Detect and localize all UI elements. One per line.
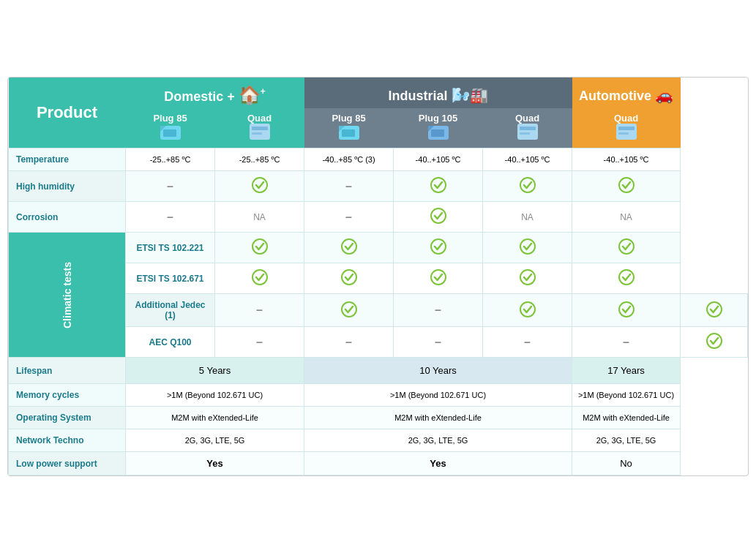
svg-rect-13 [520,127,536,130]
etsi221-quad-auto [572,233,681,263]
network-label: Network Techno [9,429,126,452]
svg-point-34 [520,302,535,317]
svg-rect-11 [431,129,444,137]
svg-point-23 [252,239,267,254]
aec-quad-ind: – [572,327,681,358]
check-icon [520,269,536,285]
svg-point-33 [342,302,356,317]
svg-point-21 [619,178,634,192]
check-icon [520,238,536,255]
industrial-label: Industrial [389,89,448,103]
temp-plug105-ind: -40..+105 ºC [394,148,483,171]
check-icon [430,269,446,285]
lowpower-automotive: No [572,452,681,475]
etsi671-plug105-ind [394,263,483,294]
jedec-label: Additional Jedec (1) [126,294,215,327]
check-icon [618,301,635,317]
check-icon [252,269,268,285]
domestic-category: Domestic + 🏠+ [126,78,304,108]
network-industrial: 2G, 3G, LTE, 5G [304,429,572,452]
aec-plug85-dom: – [215,327,304,358]
svg-point-25 [431,239,446,254]
svg-point-22 [431,208,446,223]
corrosion-label: Corrosion [9,202,126,233]
industrial-category: Industrial 🌬️🏭 [304,78,572,108]
col-quad-auto: Quad [572,108,681,148]
automotive-icon: 🚗 [655,87,673,103]
humidity-row: High humidity – – [9,171,748,202]
card-icon-2 [517,124,538,140]
check-icon [430,238,446,255]
cor-quad-auto: NA [572,202,681,233]
etsi-221-label: ETSI TS 102.221 [126,233,215,263]
svg-point-24 [342,239,356,254]
check-icon [341,269,357,285]
col-quad-ind: Quad [483,108,572,148]
svg-point-35 [619,302,634,317]
jedec-plug85-ind: – [394,294,483,327]
memory-automotive: >1M (Beyond 102.671 UC) [572,384,681,407]
humidity-label: High humidity [9,171,126,202]
automotive-category: Automotive 🚗 [572,78,681,108]
lifespan-automotive: 17 Years [572,358,681,384]
svg-rect-14 [520,132,530,135]
svg-point-29 [342,270,356,285]
svg-rect-17 [618,132,629,135]
hum-quad-auto [572,171,681,202]
aec-label: AEC Q100 [126,327,215,358]
os-automotive: M2M with eXtended-Life [572,407,681,429]
etsi671-plug85-ind [304,263,394,294]
hum-quad-dom [215,171,304,202]
network-automotive: 2G, 3G, LTE, 5G [572,429,681,452]
lowpower-domestic: Yes [126,452,304,475]
svg-point-32 [619,270,634,285]
etsi221-plug85-ind [304,233,394,263]
svg-point-31 [520,270,535,285]
domestic-icon: 🏠+ [239,85,266,105]
svg-rect-4 [252,127,268,130]
memory-domestic: >1M (Beyond 102.671 UC) [126,384,304,407]
lowpower-industrial: Yes [304,452,572,475]
lifespan-domestic: 5 Years [126,358,304,384]
etsi221-plug85-dom [215,233,304,263]
card-icon [250,124,270,140]
os-industrial: M2M with eXtended-Life [304,407,572,429]
cor-plug85-ind: – [304,202,394,233]
svg-rect-2 [163,129,176,137]
check-icon [618,177,635,193]
svg-point-26 [520,239,535,254]
lifespan-row: Lifespan 5 Years 10 Years 17 Years [9,358,748,384]
etsi-671-label: ETSI TS 102.671 [126,263,215,294]
check-icon [252,238,268,255]
temp-quad-auto: -40..+105 ºC [572,148,681,171]
check-icon [430,177,446,193]
corrosion-row: Corrosion – NA – NA NA [9,202,748,233]
svg-rect-15 [616,124,637,140]
memory-row: Memory cycles >1M (Beyond 102.671 UC) >1… [9,384,748,407]
check-icon [341,238,357,255]
memory-industrial: >1M (Beyond 102.671 UC) [304,384,572,407]
check-icon [520,301,536,317]
cor-plug105-ind [394,202,483,233]
svg-rect-3 [250,124,270,140]
svg-rect-16 [618,127,635,130]
memory-label: Memory cycles [9,384,126,407]
os-domestic: M2M with eXtended-Life [126,407,304,429]
jedec-quad-ind [572,294,681,327]
jedec-plug105-ind [483,294,572,327]
etsi671-plug85-dom [215,263,304,294]
hum-plug105-ind [394,171,483,202]
col-plug85-dom: Plug 85 [126,108,215,148]
category-header-row: Product Domestic + 🏠+ Industrial 🌬️🏭 Aut… [9,78,748,108]
svg-point-28 [252,270,267,285]
industrial-icon: 🌬️🏭 [452,87,488,103]
svg-rect-8 [342,129,355,137]
temp-quad-dom: -25..+85 ºC [215,148,304,171]
sim-card-icon-2 [339,124,359,140]
check-icon [430,208,446,224]
check-icon [252,177,268,193]
lifespan-label: Lifespan [9,358,126,384]
etsi221-quad-ind [483,233,572,263]
cor-quad-dom: NA [215,202,304,233]
jedec-plug85-dom: – [215,294,304,327]
